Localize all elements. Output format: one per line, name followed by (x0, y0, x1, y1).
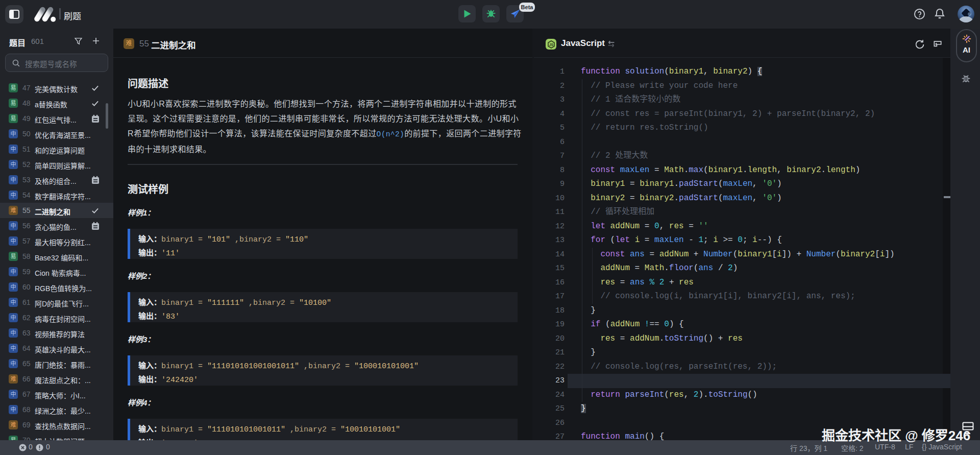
svg-text:JS: JS (549, 43, 553, 46)
